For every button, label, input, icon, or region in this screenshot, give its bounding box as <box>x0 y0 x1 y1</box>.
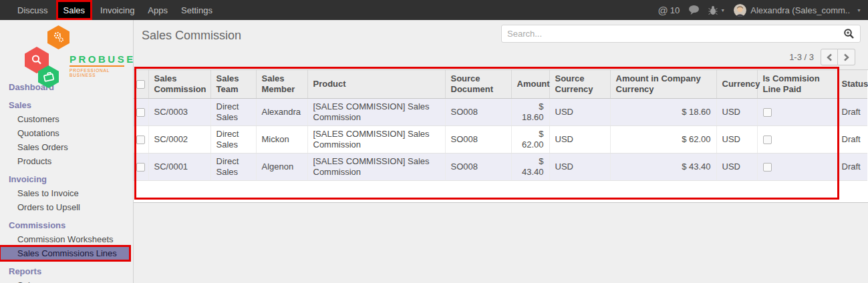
col-sales-commission[interactable]: Sales Commission <box>148 70 210 98</box>
sidebar-item-products[interactable]: Products <box>0 154 133 168</box>
row-checkbox[interactable] <box>136 135 145 144</box>
cell-amount-company: $ 18.60 <box>610 98 716 125</box>
cell-is-paid <box>757 98 837 125</box>
sidebar-menu: Dashboard Sales Customers Quotations Sal… <box>0 79 133 283</box>
row-checkbox-cell <box>134 153 148 180</box>
is-paid-checkbox[interactable] <box>763 108 772 117</box>
sidebar-item-reports-sales[interactable]: Sales <box>0 278 133 283</box>
cell-sales-team: Direct Sales <box>210 125 256 153</box>
activities-button[interactable]: @ 10 <box>658 5 680 16</box>
avatar <box>734 4 746 17</box>
sidebar-item-sales-to-invoice[interactable]: Sales to Invoice <box>0 186 133 200</box>
cell-sales-member: Mickon <box>256 125 307 153</box>
sidebar-item-sales-commissions-lines[interactable]: Sales Commissions Lines <box>0 246 130 260</box>
cell-product: [SALES COMMISSION] Sales Commission <box>307 125 445 153</box>
cell-is-paid <box>757 153 837 180</box>
col-amount-company-currency[interactable]: Amount in Company Currency <box>610 70 716 98</box>
logo-rule <box>69 65 124 67</box>
cell-source-currency: USD <box>549 153 610 180</box>
sidebar-section-sales[interactable]: Sales <box>0 98 133 112</box>
logo-tagline: PROFESSIONAL BUSINESS <box>69 68 133 77</box>
cell-sales-team: Direct Sales <box>210 153 256 180</box>
is-paid-checkbox[interactable] <box>763 163 772 172</box>
cell-source-document: SO008 <box>445 98 511 125</box>
at-icon: @ <box>658 5 668 16</box>
menu-sales[interactable]: Sales <box>57 1 92 19</box>
chevron-right-icon <box>843 53 849 61</box>
activity-count: 10 <box>670 5 680 15</box>
caret-down-icon: ▼ <box>720 8 725 13</box>
pager-next-button[interactable] <box>838 49 855 65</box>
col-source-document[interactable]: Source Document <box>445 70 511 98</box>
menu-invoicing[interactable]: Invoicing <box>94 0 141 20</box>
cell-amount: $ 62.00 <box>511 125 549 153</box>
pager-previous-button[interactable] <box>821 49 838 65</box>
col-sales-member[interactable]: Sales Member <box>256 70 307 98</box>
cell-product: [SALES COMMISSION] Sales Commission <box>307 153 445 180</box>
main-content: Sales Commission 1-3 / 3 <box>134 20 868 283</box>
col-sales-team[interactable]: Sales Team <box>210 70 256 98</box>
cell-currency: USD <box>716 125 757 153</box>
cell-source-document: SO008 <box>445 125 511 153</box>
menu-settings[interactable]: Settings <box>174 0 219 20</box>
systray: @ 10 ▼ <box>658 4 868 17</box>
sidebar-section-dashboard[interactable]: Dashboard <box>0 80 133 94</box>
chevron-left-icon <box>827 53 833 61</box>
col-status[interactable]: Status <box>837 70 867 98</box>
cell-sales-member: Algenon <box>256 153 307 180</box>
cell-amount: $ 43.40 <box>511 153 549 180</box>
menu-discuss[interactable]: Discuss <box>11 0 55 20</box>
table-row[interactable]: SC/0002 Direct Sales Mickon [SALES COMMI… <box>134 125 867 153</box>
messages-button[interactable] <box>688 5 700 15</box>
table-row[interactable]: SC/0003 Direct Sales Alexandra [SALES CO… <box>134 98 867 125</box>
table-header-row: Sales Commission Sales Team Sales Member… <box>134 70 867 98</box>
cell-sales-team: Direct Sales <box>210 98 256 125</box>
sidebar-item-orders-to-upsell[interactable]: Orders to Upsell <box>0 200 133 214</box>
sidebar-item-commission-worksheets[interactable]: Commission Worksheets <box>0 232 133 246</box>
pager-range: 1-3 / 3 <box>789 52 814 62</box>
search-input[interactable] <box>507 29 843 39</box>
list-view: Sales Commission Sales Team Sales Member… <box>134 69 868 203</box>
sidebar-section-reports[interactable]: Reports <box>0 264 133 278</box>
debug-menu[interactable]: ▼ <box>708 5 725 15</box>
search-box <box>501 25 861 43</box>
row-checkbox[interactable] <box>136 108 145 117</box>
gear-icon <box>47 25 69 49</box>
cell-amount-company: $ 43.40 <box>610 153 716 180</box>
is-paid-checkbox[interactable] <box>763 135 772 144</box>
sidebar: PROBUSE PROFESSIONAL BUSINESS Dashboard … <box>0 20 134 283</box>
col-product[interactable]: Product <box>307 70 445 98</box>
cell-product: [SALES COMMISSION] Sales Commission <box>307 98 445 125</box>
row-checkbox[interactable] <box>136 163 145 172</box>
caret-down-icon: ▼ <box>857 8 861 13</box>
sidebar-item-customers[interactable]: Customers <box>0 112 133 126</box>
sidebar-item-quotations[interactable]: Quotations <box>0 126 133 140</box>
sidebar-item-sales-orders[interactable]: Sales Orders <box>0 140 133 154</box>
page-title: Sales Commission <box>142 29 241 43</box>
col-currency[interactable]: Currency <box>716 70 757 98</box>
cell-status: Draft <box>837 153 867 180</box>
col-source-currency[interactable]: Source Currency <box>549 70 610 98</box>
app-menus: Discuss Sales Invoicing Apps Settings <box>0 0 219 20</box>
cell-sales-commission: SC/0003 <box>148 98 210 125</box>
cell-status: Draft <box>837 98 867 125</box>
search-icon[interactable] <box>843 28 855 39</box>
select-all-checkbox[interactable] <box>136 80 145 89</box>
logo-title: PROBUSE <box>69 53 136 65</box>
table-row[interactable]: SC/0001 Direct Sales Algenon [SALES COMM… <box>134 153 867 180</box>
sidebar-section-invoicing[interactable]: Invoicing <box>0 172 133 186</box>
cell-currency: USD <box>716 98 757 125</box>
select-all-checkbox-cell <box>134 70 148 98</box>
row-checkbox-cell <box>134 98 148 125</box>
cell-source-document: SO008 <box>445 153 511 180</box>
cell-currency: USD <box>716 153 757 180</box>
top-navbar: Discuss Sales Invoicing Apps Settings @ … <box>0 0 868 20</box>
user-menu[interactable]: Alexandra (Sales_comm.. ▼ <box>734 4 861 17</box>
col-is-commission-line-paid[interactable]: Is Commision Line Paid <box>757 70 837 98</box>
cell-sales-member: Alexandra <box>256 98 307 125</box>
sidebar-section-commissions[interactable]: Commissions <box>0 218 133 232</box>
col-amount[interactable]: Amount <box>511 70 549 98</box>
cell-sales-commission: SC/0001 <box>148 153 210 180</box>
menu-apps[interactable]: Apps <box>141 0 174 20</box>
cell-amount: $ 18.60 <box>511 98 549 125</box>
